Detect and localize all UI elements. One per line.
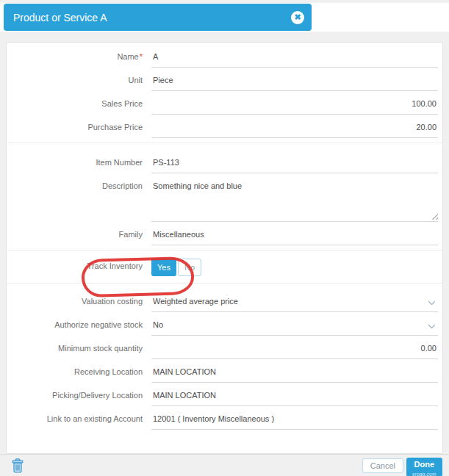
product-service-dialog: Name* A Unit Piece Sales Price 100.00 Pu… <box>6 42 443 454</box>
form-row-family: Family Miscellaneous <box>7 226 442 245</box>
sales-price-value: 100.00 <box>412 99 437 108</box>
section-divider <box>7 283 442 284</box>
receiving-location-label: Receiving Location <box>7 364 151 383</box>
dialog-header-tab: Product or Service A ✖ <box>4 4 312 31</box>
valuation-costing-value: Weighted average price <box>153 297 238 306</box>
item-number-input[interactable]: PS-113 <box>151 154 438 173</box>
form-row-picking-delivery-location: Picking/Delivery Location MAIN LOCATION <box>7 387 442 406</box>
close-icon[interactable]: ✖ <box>291 11 304 24</box>
form-row-valuation-costing: Valuation costing Weighted average price <box>7 293 442 312</box>
watermark-text: erpag.com <box>406 472 443 476</box>
name-value: A <box>153 52 158 61</box>
chevron-down-icon <box>428 322 436 331</box>
minimum-stock-quantity-label: Minimum stock quantity <box>7 340 151 359</box>
picking-delivery-location-label: Picking/Delivery Location <box>7 387 151 406</box>
purchase-price-label: Purchase Price <box>7 119 151 138</box>
form-row-item-number: Item Number PS-113 <box>7 154 442 173</box>
authorize-negative-stock-select[interactable]: No <box>151 317 438 336</box>
link-account-label: Link to an existing Account <box>7 411 151 430</box>
valuation-costing-label: Valuation costing <box>7 293 151 312</box>
name-input[interactable]: A <box>151 48 438 68</box>
minimum-stock-quantity-input[interactable]: 0.00 <box>151 340 438 359</box>
required-asterisk: * <box>140 52 143 61</box>
tab-bar: Product or Service A ✖ <box>0 3 449 32</box>
item-number-label: Item Number <box>7 154 151 173</box>
dialog-footer: Cancel Done erpag.com <box>0 454 449 476</box>
track-inventory-label: Track Inventory <box>7 258 151 276</box>
receiving-location-input[interactable]: MAIN LOCATION <box>151 364 438 383</box>
delete-button[interactable] <box>12 458 24 475</box>
name-label: Name* <box>7 48 151 68</box>
family-input[interactable]: Miscellaneous <box>151 226 438 245</box>
dialog-title: Product or Service A <box>13 12 107 24</box>
section-divider <box>7 143 442 143</box>
form-row-name: Name* A <box>7 48 442 68</box>
link-account-input[interactable]: 12001 ( Inventory Miscellaneous ) <box>151 411 438 430</box>
form-row-description: Description Something nice and blue <box>7 178 442 222</box>
picking-delivery-location-value: MAIN LOCATION <box>153 391 216 400</box>
sales-price-input[interactable]: 100.00 <box>151 95 438 115</box>
unit-value: Piece <box>153 76 173 84</box>
track-inventory-toggle: Yes No <box>151 258 201 276</box>
description-textarea[interactable]: Something nice and blue <box>151 178 438 222</box>
description-label: Description <box>7 178 151 222</box>
sales-price-label: Sales Price <box>7 95 151 115</box>
form-row-receiving-location: Receiving Location MAIN LOCATION <box>7 364 442 383</box>
family-value: Miscellaneous <box>153 230 204 239</box>
family-label: Family <box>7 226 151 245</box>
form-row-unit: Unit Piece <box>7 72 442 91</box>
authorize-negative-stock-value: No <box>153 320 163 329</box>
resize-handle-icon[interactable] <box>431 213 438 220</box>
track-inventory-yes-button[interactable]: Yes <box>151 259 176 276</box>
purchase-price-input[interactable]: 20.00 <box>151 119 438 138</box>
section-divider <box>7 250 442 250</box>
track-inventory-no-button[interactable]: No <box>178 259 201 276</box>
picking-delivery-location-input[interactable]: MAIN LOCATION <box>151 387 438 406</box>
authorize-negative-stock-label: Authorize negative stock <box>7 317 151 336</box>
valuation-costing-select[interactable]: Weighted average price <box>151 293 438 312</box>
link-account-value: 12001 ( Inventory Miscellaneous ) <box>153 414 274 423</box>
form-row-minimum-stock-quantity: Minimum stock quantity 0.00 <box>7 340 442 359</box>
unit-label: Unit <box>7 72 151 91</box>
chevron-down-icon <box>428 298 436 307</box>
form-row-track-inventory: Track Inventory Yes No <box>7 258 442 276</box>
receiving-location-value: MAIN LOCATION <box>153 367 216 376</box>
form-row-link-account: Link to an existing Account 12001 ( Inve… <box>7 411 442 430</box>
form-row-authorize-negative-stock: Authorize negative stock No <box>7 317 442 336</box>
form-row-sales-price: Sales Price 100.00 <box>7 95 442 115</box>
trash-icon <box>12 464 24 475</box>
description-value: Something nice and blue <box>153 181 242 190</box>
item-number-value: PS-113 <box>153 158 179 167</box>
form-row-purchase-price: Purchase Price 20.00 <box>7 119 442 138</box>
minimum-stock-quantity-value: 0.00 <box>421 344 437 353</box>
done-button-label: Done <box>414 460 435 469</box>
done-button[interactable]: Done erpag.com <box>406 458 443 476</box>
unit-input[interactable]: Piece <box>151 72 438 91</box>
purchase-price-value: 20.00 <box>416 123 437 131</box>
cancel-button[interactable]: Cancel <box>362 458 403 473</box>
